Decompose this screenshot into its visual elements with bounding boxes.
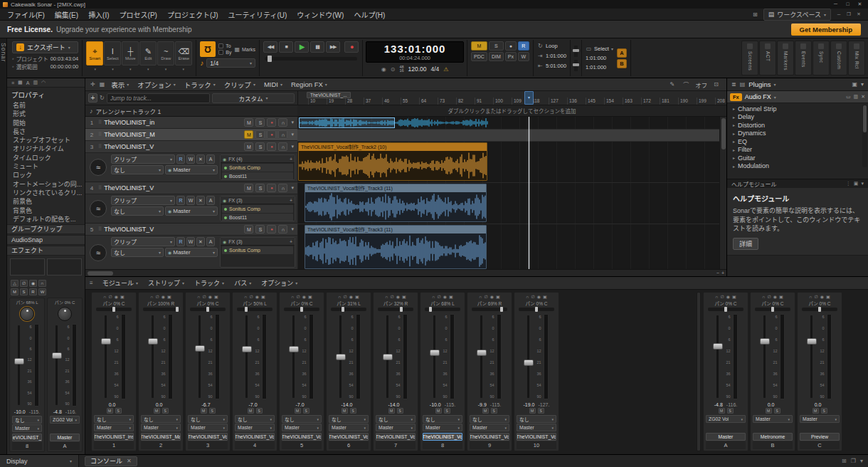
volume-fader[interactable] (196, 314, 203, 399)
solo-button[interactable]: S (774, 408, 780, 414)
dock-icon[interactable]: ▣ (854, 181, 859, 187)
drag-handle-icon[interactable]: ⠿ (98, 120, 102, 125)
property-row[interactable]: 名前 (7, 101, 85, 110)
pan-thumb[interactable] (818, 307, 821, 312)
gain-value[interactable]: -7.0 (248, 402, 257, 407)
mute-button[interactable]: M (482, 408, 489, 414)
console-strip[interactable]: ∩ ∅ ◉ ▣ パン 69% R 6061221365490 -9.9 -115… (467, 292, 512, 451)
input-dropdown[interactable]: なし▾ (94, 415, 134, 423)
options-icon[interactable]: ⋮ (846, 181, 851, 187)
solo-button[interactable]: S (727, 408, 734, 414)
track-header[interactable]: 2 ⠿ TheVIOLINIST_M M S ● ∩ ▾ (85, 129, 297, 141)
property-row[interactable]: オートメーションの同... (7, 180, 85, 189)
automation-read-button[interactable]: R (176, 237, 185, 246)
trackview-menu[interactable]: Region FX▾ (287, 80, 332, 90)
phase-icon[interactable]: ∅ (768, 294, 771, 300)
trackview-menu[interactable]: トラック▾ (180, 80, 220, 90)
automation-write-button[interactable]: W (186, 237, 195, 246)
arranger-track-header[interactable]: ♪ アレンジャートラック 1 (85, 105, 297, 116)
mdi-restore-icon[interactable]: ❐ (845, 11, 853, 18)
gain-value[interactable]: -14.0 (388, 402, 400, 407)
dim-solo-button[interactable]: DIM (489, 52, 504, 61)
grid-icon[interactable]: ▥ (854, 94, 859, 100)
mdi-close-icon[interactable]: ✕ (854, 11, 863, 18)
track-name[interactable]: TheVIOLINIST_V (104, 143, 242, 150)
property-row[interactable]: スナップオフセット (7, 136, 85, 145)
solo-button[interactable]: S (115, 408, 122, 414)
select-end-value[interactable]: 1:01:000 (586, 64, 606, 70)
audio-clip[interactable]: TheVIOLINIST_Vocal制作_Track3 (11) (305, 225, 487, 269)
record-indicator[interactable]: ● (505, 41, 517, 51)
move-icon[interactable]: ✛ (88, 81, 97, 88)
record-arm-button[interactable]: ● (267, 118, 276, 127)
export-button[interactable]: ↓ エクスポート ▾ (12, 41, 78, 53)
input-dropdown[interactable]: なし▾ (282, 415, 322, 423)
mute-button[interactable]: M (295, 408, 301, 414)
vertical-scrollbar[interactable] (719, 117, 726, 269)
loop-start-value[interactable]: 1:01:000 (546, 53, 566, 59)
timeline-ruler[interactable]: TheVIOLINIST_... 10192837465564738291100… (297, 91, 726, 105)
scrub-slider[interactable] (265, 57, 357, 61)
mute-button[interactable]: M (342, 408, 348, 414)
phase-icon[interactable]: ∅ (815, 294, 818, 300)
mute-button[interactable]: M (244, 118, 253, 127)
clip-dropdown[interactable]: クリップ▾ (111, 154, 175, 164)
aim-assist-state[interactable]: オフ (695, 80, 707, 89)
collapsed-module-tab[interactable]: ACT (759, 41, 776, 75)
pan-slider[interactable] (519, 308, 554, 311)
solo-button[interactable]: S (350, 408, 356, 414)
output-dropdown[interactable]: Master▾ (470, 424, 509, 431)
console-strip[interactable]: ∩ ∅ ◉ ▣ パン 0% C 6061221365490 -4.8 -116.… (703, 292, 748, 451)
volume-fader[interactable] (16, 324, 23, 406)
interleave-icon[interactable]: ◉ (29, 280, 37, 287)
play-button[interactable]: ▶ (295, 41, 309, 53)
chevron-down-icon[interactable]: ▾ (290, 226, 295, 232)
phase-icon[interactable]: ∅ (297, 294, 300, 300)
pan-thumb[interactable] (500, 307, 503, 312)
automation-icon[interactable]: ▣ (449, 294, 453, 300)
pan-thumb[interactable] (535, 307, 538, 312)
trackview-menu[interactable]: クリップ▾ (220, 80, 260, 90)
automation-icon[interactable]: ▣ (214, 294, 218, 300)
audio-fx-dropdown[interactable]: Audio FX (745, 93, 771, 100)
plugin-category[interactable]: ▸ Dynamics (727, 130, 868, 138)
pan-slider[interactable] (378, 308, 413, 311)
input-dropdown[interactable]: なし▾ (517, 415, 556, 423)
interleave-icon[interactable]: ◉ (396, 294, 400, 300)
phase-icon[interactable]: ∅ (531, 294, 535, 300)
pan-slider[interactable] (331, 308, 366, 311)
plugin-category[interactable]: ▸ EQ (727, 137, 868, 146)
strip-name[interactable]: TheVIOLINIST_Vo (188, 433, 228, 441)
layout-icon[interactable]: ▦ (97, 81, 107, 88)
strip-name[interactable]: TheVIOLINIST_Vo (235, 433, 275, 441)
output-dropdown[interactable]: Master▾ (12, 424, 42, 432)
output-dropdown[interactable]: Master▾ (188, 424, 228, 431)
clear-button[interactable]: ✕ (196, 237, 205, 246)
pan-slider[interactable] (96, 308, 132, 311)
snap-value-dropdown[interactable]: 1/4▾ (206, 58, 255, 68)
strip-name[interactable]: Master (50, 434, 80, 441)
property-row[interactable]: 前景色 (7, 197, 85, 206)
output-dropdown[interactable]: Master▾ (423, 424, 462, 431)
forward-button[interactable]: ▶▶ (326, 41, 340, 53)
pan-slider[interactable] (755, 308, 790, 311)
add-fx-icon[interactable]: + (290, 239, 292, 244)
title-bar[interactable]: Cakewalk Sonar - [2MIX.cwp] ─ □ ✕ (0, 0, 868, 9)
fader-thumb[interactable] (430, 350, 440, 356)
console-menu[interactable]: オプション▾ (256, 278, 302, 288)
property-row[interactable]: 背景色 (7, 206, 85, 215)
input-echo-icon[interactable]: ∩ (479, 294, 482, 300)
volume-fader[interactable] (761, 314, 768, 399)
output-dropdown[interactable]: Master▾ (282, 424, 322, 431)
collapsed-module-tab[interactable]: Screens (741, 41, 758, 75)
power-icon[interactable]: ◉ (223, 239, 226, 244)
record-button[interactable]: ● (344, 41, 359, 53)
console-strip[interactable]: ∩ ∅ ◉ ▣ パン 0% C 6061221365490 -7.0 M S な… (279, 292, 324, 451)
solo-button[interactable]: S (538, 408, 544, 414)
property-row[interactable]: デフォルトの配色を... (7, 215, 85, 224)
interleave-icon[interactable]: ◉ (773, 294, 777, 300)
gain-value[interactable]: -7.0 (295, 402, 304, 407)
power-icon[interactable]: ◉ (223, 198, 226, 203)
interleave-icon[interactable]: ◉ (490, 294, 494, 300)
output-dropdown[interactable]: Master▾ (94, 424, 134, 431)
